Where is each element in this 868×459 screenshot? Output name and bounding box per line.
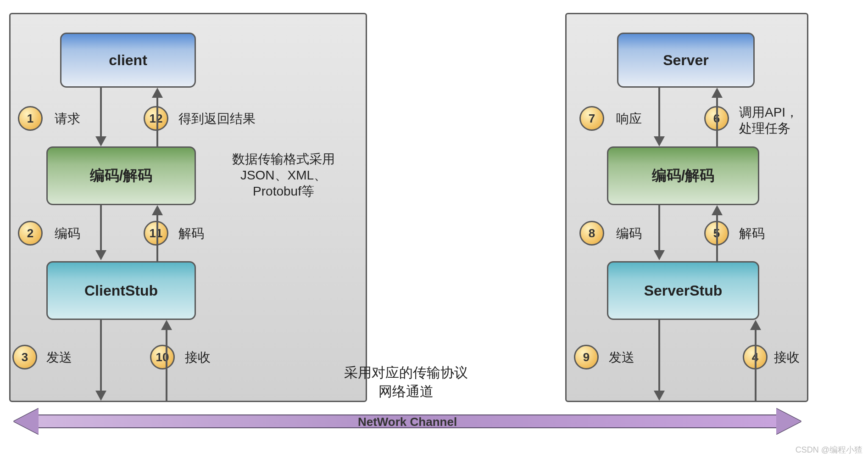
step-11-badge: 11	[144, 221, 168, 246]
step-8-num: 8	[589, 226, 595, 241]
step-3-badge: 3	[12, 345, 37, 369]
arrow-1	[100, 88, 102, 137]
watermark: CSDN @编程小猹	[796, 444, 862, 455]
arrow-8	[658, 205, 660, 251]
arrow-8-head	[654, 250, 665, 260]
arrow-4-head	[750, 320, 761, 330]
codec-annotation: 数据传输格式采用 JSON、XML、 Protobuf等	[203, 151, 364, 199]
client-panel: client 编码/解码 ClientStub 数据传输格式采用 JSON、XM…	[9, 13, 367, 402]
step-3-num: 3	[22, 350, 28, 364]
client-codec-node: 编码/解码	[46, 146, 196, 205]
arrow-6-head	[712, 88, 723, 98]
step-8-badge: 8	[579, 221, 604, 246]
arrow-9	[658, 320, 660, 392]
step-5-label: 解码	[739, 225, 765, 241]
step-2-badge: 2	[18, 221, 43, 246]
server-stub-node: ServerStub	[607, 261, 759, 320]
arrow-3-head	[95, 391, 106, 401]
step-6-label: 调用API， 处理任务	[739, 104, 798, 136]
client-node-label: client	[109, 52, 147, 69]
step-3-label: 发送	[46, 349, 72, 365]
step-12-num: 12	[150, 112, 163, 126]
server-node-label: Server	[663, 52, 709, 69]
step-11-label: 解码	[178, 225, 204, 241]
arrow-10-head	[161, 320, 172, 330]
client-codec-label: 编码/解码	[90, 166, 153, 186]
arrow-5	[716, 215, 718, 261]
step-12-badge: 12	[144, 106, 168, 131]
server-codec-label: 编码/解码	[652, 166, 715, 186]
step-2-num: 2	[27, 226, 33, 241]
arrow-2	[100, 205, 102, 251]
channel-label: NetWork Channel	[14, 415, 801, 429]
step-4-label: 接收	[774, 349, 800, 365]
arrow-12-head	[152, 88, 163, 98]
client-stub-label: ClientStub	[84, 282, 158, 299]
arrow-12	[156, 98, 158, 146]
step-10-badge: 10	[150, 345, 175, 369]
network-channel: NetWork Channel	[14, 409, 801, 434]
server-codec-node: 编码/解码	[607, 146, 759, 205]
arrow-1-head	[95, 136, 106, 146]
server-stub-label: ServerStub	[644, 282, 723, 299]
step-9-label: 发送	[609, 349, 634, 365]
step-10-label: 接收	[185, 349, 211, 365]
server-panel: Server 编码/解码 ServerStub 7 响应 6 调用API， 处理…	[565, 13, 808, 402]
client-node: client	[60, 33, 196, 88]
step-11-num: 11	[150, 226, 163, 241]
arrow-6	[716, 98, 718, 146]
step-1-num: 1	[27, 112, 33, 126]
arrow-5-head	[712, 205, 723, 215]
step-9-badge: 9	[574, 345, 599, 369]
arrow-9-head	[654, 391, 665, 401]
arrow-4	[755, 330, 757, 402]
arrow-7	[658, 88, 660, 137]
step-1-badge: 1	[18, 106, 43, 131]
step-12-label: 得到返回结果	[178, 111, 256, 127]
arrow-11-head	[152, 205, 163, 215]
step-8-label: 编码	[616, 225, 642, 241]
center-protocol-text: 采用对应的传输协议 网络通道	[289, 364, 523, 401]
arrow-3	[100, 320, 102, 392]
arrow-7-head	[654, 136, 665, 146]
diagram-canvas: client 编码/解码 ClientStub 数据传输格式采用 JSON、XM…	[0, 0, 868, 459]
arrow-2-head	[95, 250, 106, 260]
step-2-label: 编码	[55, 225, 80, 241]
server-node: Server	[617, 33, 755, 88]
arrow-11	[156, 215, 158, 261]
step-7-badge: 7	[579, 106, 604, 131]
step-9-num: 9	[583, 350, 590, 364]
arrow-10	[166, 330, 167, 402]
step-7-label: 响应	[616, 111, 642, 127]
step-7-num: 7	[589, 112, 595, 126]
client-stub-node: ClientStub	[46, 261, 196, 320]
step-1-label: 请求	[55, 111, 80, 127]
